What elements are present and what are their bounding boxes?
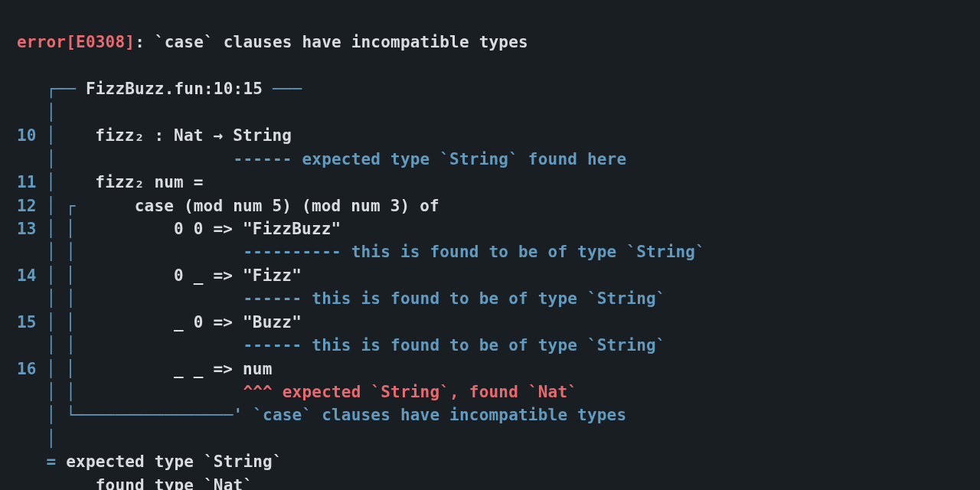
line-number: 11 — [17, 171, 36, 194]
note: this is found to be of type `String` — [302, 289, 665, 308]
caret-underline: ^^^ — [243, 383, 273, 401]
gutter-pipe: │ │ — [47, 383, 77, 401]
gutter-pipe: │ │ — [47, 289, 77, 308]
note: `case` clauses have incompatible types — [243, 406, 626, 424]
code-line: _ 0 => "Buzz" — [174, 313, 302, 332]
underline: ------ — [234, 150, 292, 168]
gutter-pipe: │ — [46, 126, 56, 145]
gutter-pipe: │ — [47, 103, 57, 122]
code-line: _ _ => num — [174, 360, 272, 378]
note: this is found to be of type `String` — [302, 336, 665, 354]
error-note: expected `String`, found `Nat` — [273, 383, 577, 401]
summary-expected: expected type `String` — [56, 452, 282, 471]
code-line: 0 0 => "FizzBuzz" — [174, 220, 341, 238]
gutter-pipe: │ │ — [46, 360, 76, 378]
file-location: FizzBuzz.fun:10:15 — [86, 80, 263, 98]
box-top-dash: ─── — [273, 80, 302, 98]
box-bottom: │ └────────────────' — [47, 406, 243, 424]
error-code: [E0308] — [66, 33, 135, 51]
gutter-pipe: │ │ — [46, 266, 76, 285]
code-line: case (mod num 5) (mod num 3) of — [135, 197, 439, 215]
underline: ------ — [243, 289, 302, 308]
compiler-error-output: error[E0308]: `case` clauses have incomp… — [0, 0, 980, 490]
note: this is found to be of type `String` — [341, 243, 705, 261]
gutter-pipe: │ — [47, 150, 57, 168]
gutter-pipe: │ │ — [46, 313, 76, 332]
line-number: 16 — [17, 358, 36, 381]
error-colon: : — [135, 33, 155, 51]
line-number: 15 — [17, 311, 36, 334]
gutter-pipe: │ ┌ — [46, 197, 76, 215]
code-line: fizz₂ num = — [95, 173, 203, 191]
gutter-pipe: │ — [47, 430, 57, 448]
line-number: 10 — [17, 124, 36, 147]
gutter-pipe: │ │ — [47, 243, 77, 261]
line-number: 13 — [17, 217, 36, 240]
error-word: error — [17, 33, 66, 51]
underline: ------ — [243, 336, 302, 354]
code-line: 0 _ => "Fizz" — [174, 266, 302, 285]
line-number: 14 — [17, 264, 36, 287]
note: expected type `String` found here — [292, 150, 627, 168]
underline: ---------- — [243, 243, 341, 261]
gutter-pipe: │ │ — [46, 220, 76, 238]
box-top-left: ┌── — [47, 80, 77, 98]
code-line: fizz₂ : Nat → String — [95, 126, 292, 145]
gutter-pipe: │ — [46, 173, 56, 191]
summary-found: found type `Nat` — [56, 476, 253, 490]
error-message: `case` clauses have incompatible types — [155, 33, 528, 51]
gutter-pipe: │ │ — [47, 336, 77, 354]
equals-sign: = — [47, 452, 57, 471]
line-number: 12 — [17, 194, 36, 217]
